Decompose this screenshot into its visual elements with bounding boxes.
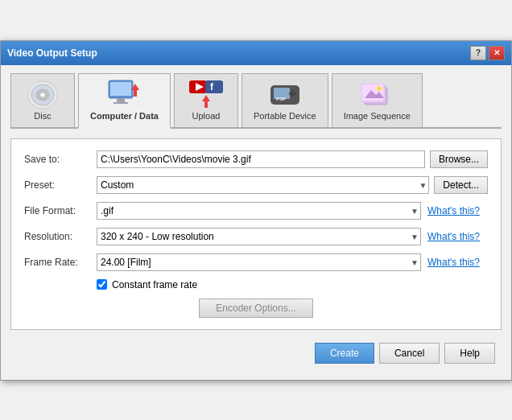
detect-button[interactable]: Detect... bbox=[434, 176, 488, 194]
save-to-row: Save to: Browse... bbox=[24, 150, 488, 168]
resolution-select-wrap: 320 x 240 - Low resolution ▼ bbox=[97, 228, 421, 245]
svg-point-23 bbox=[377, 86, 382, 91]
image-icon bbox=[358, 79, 395, 111]
tab-image-label: Image Sequence bbox=[344, 111, 411, 121]
svg-marker-13 bbox=[202, 95, 210, 108]
tab-disc-label: Disc bbox=[34, 111, 51, 121]
disc-icon bbox=[24, 79, 61, 111]
close-title-button[interactable]: ✕ bbox=[489, 46, 505, 60]
svg-rect-7 bbox=[114, 102, 128, 104]
tab-image[interactable]: Image Sequence bbox=[332, 73, 423, 127]
resolution-row: Resolution: 320 x 240 - Low resolution ▼… bbox=[24, 228, 488, 245]
frame-rate-whats-link[interactable]: What's this? bbox=[427, 257, 488, 268]
resolution-select[interactable]: 320 x 240 - Low resolution bbox=[97, 228, 421, 245]
upload-icon: f bbox=[188, 79, 225, 111]
frame-rate-label: Frame Rate: bbox=[24, 257, 97, 268]
dialog-body: Disc Computer / Data bbox=[1, 65, 511, 380]
constant-frame-rate-checkbox[interactable] bbox=[97, 279, 107, 290]
svg-rect-17 bbox=[289, 93, 296, 95]
file-format-row: File Format: .gif ▼ What's this? bbox=[24, 202, 488, 220]
svg-rect-11 bbox=[205, 80, 223, 93]
tab-upload-label: Upload bbox=[192, 111, 221, 121]
svg-rect-5 bbox=[110, 82, 131, 96]
help-button[interactable]: Help bbox=[444, 343, 495, 364]
save-to-input[interactable] bbox=[97, 150, 425, 168]
resolution-whats-link[interactable]: What's this? bbox=[427, 231, 488, 242]
file-format-whats-link[interactable]: What's this? bbox=[427, 205, 488, 216]
title-bar: Video Output Setup ? ✕ bbox=[1, 41, 511, 65]
tab-computer[interactable]: Computer / Data bbox=[78, 73, 171, 129]
preset-select[interactable]: Custom bbox=[97, 176, 429, 194]
constant-frame-rate-label: Constant frame rate bbox=[112, 279, 197, 290]
create-button[interactable]: Create bbox=[315, 343, 374, 364]
help-title-button[interactable]: ? bbox=[470, 46, 486, 60]
portable-icon: PSP bbox=[266, 79, 303, 111]
title-bar-buttons: ? ✕ bbox=[470, 46, 505, 60]
dialog-title: Video Output Setup bbox=[7, 47, 97, 59]
svg-rect-6 bbox=[117, 98, 125, 102]
save-to-label: Save to: bbox=[24, 154, 97, 165]
file-format-select[interactable]: .gif bbox=[97, 202, 421, 220]
computer-icon bbox=[105, 79, 142, 111]
file-format-label: File Format: bbox=[24, 205, 97, 216]
constant-frame-rate-row: Constant frame rate bbox=[97, 279, 488, 290]
frame-rate-row: Frame Rate: 24.00 [Film] ▼ What's this? bbox=[24, 253, 488, 271]
tab-disc[interactable]: Disc bbox=[10, 73, 75, 127]
preset-label: Preset: bbox=[24, 179, 97, 191]
svg-point-3 bbox=[40, 93, 45, 97]
browse-button[interactable]: Browse... bbox=[430, 150, 488, 168]
cancel-button[interactable]: Cancel bbox=[379, 343, 440, 364]
svg-text:PSP: PSP bbox=[276, 97, 286, 101]
preset-select-wrap: Custom ▼ bbox=[97, 176, 429, 194]
tab-portable[interactable]: PSP Portable Device bbox=[242, 73, 328, 127]
frame-rate-select[interactable]: 24.00 [Film] bbox=[97, 253, 421, 271]
tab-upload[interactable]: f Upload bbox=[174, 73, 238, 127]
content-area: Save to: Browse... Preset: Custom ▼ Dete… bbox=[10, 138, 502, 330]
preset-row: Preset: Custom ▼ Detect... bbox=[24, 176, 488, 194]
file-format-select-wrap: .gif ▼ bbox=[97, 202, 421, 220]
tab-row: Disc Computer / Data bbox=[10, 73, 502, 129]
tab-computer-label: Computer / Data bbox=[90, 111, 159, 121]
bottom-bar: Create Cancel Help bbox=[10, 340, 502, 370]
frame-rate-select-wrap: 24.00 [Film] ▼ bbox=[97, 253, 421, 271]
resolution-label: Resolution: bbox=[24, 231, 97, 242]
encoder-options-button[interactable]: Encoder Options... bbox=[199, 299, 312, 318]
video-output-dialog: Video Output Setup ? ✕ Disc bbox=[0, 40, 512, 381]
tab-portable-label: Portable Device bbox=[254, 111, 316, 121]
